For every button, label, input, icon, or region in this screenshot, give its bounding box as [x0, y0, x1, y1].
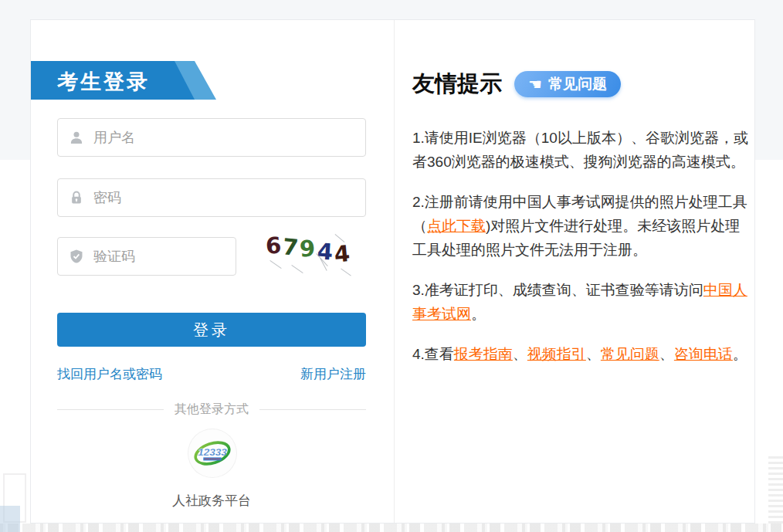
captcha-digit: 6 — [265, 234, 282, 257]
captcha-digit: 4 — [334, 242, 351, 266]
pointing-hand-icon: ☚ — [528, 76, 542, 92]
tip-paragraph-guides: 4.查看报考指南、视频指引、常见问题、咨询电话。 — [412, 342, 751, 366]
photo-tool-download-link[interactable]: 点此下载 — [427, 218, 486, 234]
tips-panel: 友情提示 ☚ 常见问题 1.请使用IE浏览器（10以上版本）、谷歌浏览器，或者3… — [412, 69, 751, 382]
tip-paragraph-cpta: 3.准考证打印、成绩查询、证书查验等请访问中国人事考试网。 — [412, 278, 751, 326]
logo-12333-text: 12333 — [198, 446, 227, 458]
tip-paragraph-browsers: 1.请使用IE浏览器（10以上版本）、谷歌浏览器，或者360浏览器的极速模式、搜… — [412, 126, 751, 174]
captcha-digit: 9 — [300, 237, 317, 260]
captcha-image[interactable]: 6 7 9 4 4 — [266, 233, 364, 278]
other-login-divider: 其他登录方式 — [57, 402, 366, 418]
cityscape-watermark-bottom — [0, 524, 783, 532]
hotline-link[interactable]: 咨询电话 — [674, 346, 733, 362]
video-guide-link[interactable]: 视频指引 — [527, 346, 586, 362]
captcha-noise-line — [341, 269, 351, 276]
username-field-wrapper — [57, 118, 366, 157]
login-ribbon: 考生登录 — [31, 61, 218, 100]
cityscape-watermark-corner — [0, 506, 20, 532]
cityscape-watermark-right — [768, 456, 783, 524]
captcha-field-wrapper — [57, 237, 236, 276]
captcha-noise-line — [269, 260, 281, 269]
username-input[interactable] — [93, 130, 365, 146]
platform-name-label: 人社政务平台 — [57, 492, 366, 510]
shield-check-icon — [69, 249, 84, 264]
forgot-credentials-link[interactable]: 找回用户名或密码 — [57, 365, 162, 383]
exam-guide-link[interactable]: 报考指南 — [454, 346, 513, 362]
login-card: 考生登录 6 7 9 4 4 — [30, 19, 755, 524]
captcha-noise-line — [291, 265, 303, 273]
account-links-row: 找回用户名或密码 新用户注册 — [57, 365, 366, 383]
divider-line — [259, 409, 366, 410]
captcha-input[interactable] — [93, 249, 236, 265]
divider-line — [57, 409, 164, 410]
tips-header: 友情提示 ☚ 常见问题 — [412, 69, 751, 100]
tip-paragraph-photo-tool: 2.注册前请使用中国人事考试网提供的照片处理工具（点此下载)对照片文件进行处理。… — [412, 190, 751, 262]
user-icon — [69, 130, 84, 145]
12333-logo-icon: 12333 — [192, 432, 233, 474]
login-panel-title: 考生登录 — [57, 68, 150, 96]
faq-link[interactable]: 常见问题 — [601, 346, 659, 362]
login-button[interactable]: 登录 — [57, 313, 366, 347]
faq-button-label: 常见问题 — [548, 74, 607, 94]
password-field-wrapper — [57, 178, 366, 217]
faq-button[interactable]: ☚ 常见问题 — [514, 71, 621, 97]
register-link[interactable]: 新用户注册 — [300, 365, 366, 383]
captcha-digit: 7 — [282, 236, 300, 259]
column-divider — [394, 20, 395, 523]
renshe-platform-login-button[interactable]: 12333 — [188, 429, 236, 477]
captcha-digit: 4 — [317, 240, 334, 263]
tips-title: 友情提示 — [412, 69, 502, 100]
password-input[interactable] — [93, 190, 365, 206]
lock-icon — [69, 190, 84, 205]
other-login-label: 其他登录方式 — [175, 402, 249, 418]
